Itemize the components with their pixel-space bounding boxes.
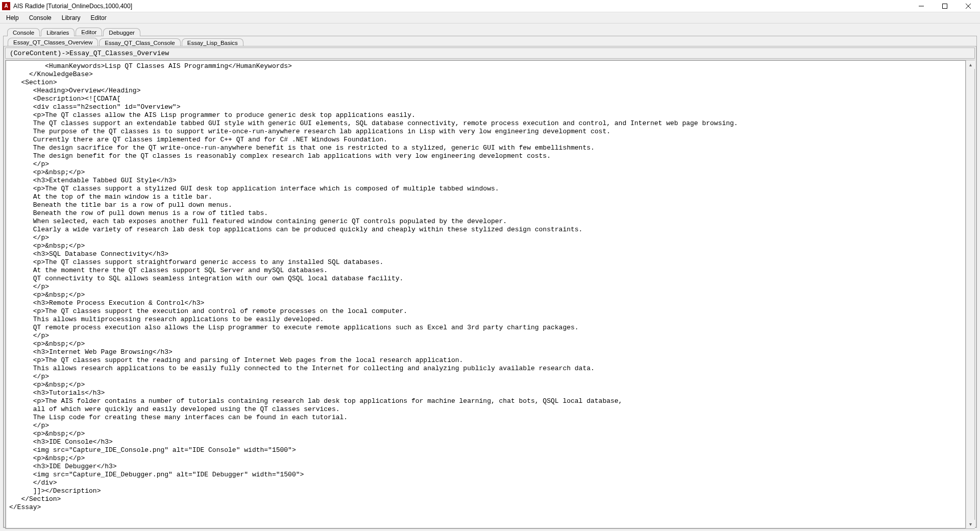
breadcrumb-bar: (CoreContent)->Essay_QT_Classes_Overview xyxy=(5,47,975,59)
scroll-down-button[interactable]: ▾ xyxy=(966,520,975,528)
window-title: AIS RadIde [Tutorial_OnlineDocs,1000,400… xyxy=(13,3,132,10)
editor-wrap: <HumanKeywords>Lisp QT Classes AIS Progr… xyxy=(5,60,975,529)
breadcrumb-text: (CoreContent)->Essay_QT_Classes_Overview xyxy=(10,50,169,57)
main-tab-panel: Essay_QT_Classes_Overview Essay_QT_Class… xyxy=(3,36,977,528)
close-icon xyxy=(966,4,971,9)
minimize-icon xyxy=(919,4,924,9)
svg-rect-1 xyxy=(943,4,947,8)
menu-bar: Help Console Library Editor xyxy=(0,12,980,23)
minimize-button[interactable] xyxy=(910,0,933,12)
menu-console[interactable]: Console xyxy=(25,13,56,22)
title-bar-left: A AIS RadIde [Tutorial_OnlineDocs,1000,4… xyxy=(2,2,132,10)
menu-editor[interactable]: Editor xyxy=(86,13,110,22)
menu-library[interactable]: Library xyxy=(58,13,85,22)
main-tab-row: Console Libraries Editor Debugger xyxy=(3,26,977,36)
subtab-essay-lisp-basics[interactable]: Essay_Lisp_Basics xyxy=(182,38,243,46)
chevron-up-icon: ▴ xyxy=(969,62,972,67)
tab-debugger[interactable]: Debugger xyxy=(103,28,140,36)
subtab-essay-qt-class-console[interactable]: Essay_QT_Class_Console xyxy=(99,38,180,46)
chevron-down-icon: ▾ xyxy=(969,521,972,527)
tab-libraries[interactable]: Libraries xyxy=(41,28,75,36)
content-area: Console Libraries Editor Debugger Essay_… xyxy=(0,23,980,531)
tab-editor[interactable]: Editor xyxy=(76,28,102,36)
title-bar: A AIS RadIde [Tutorial_OnlineDocs,1000,4… xyxy=(0,0,980,12)
sub-tab-row: Essay_QT_Classes_Overview Essay_QT_Class… xyxy=(4,36,976,46)
maximize-button[interactable] xyxy=(933,0,957,12)
maximize-icon xyxy=(942,4,947,9)
window-controls xyxy=(910,0,980,12)
close-button[interactable] xyxy=(957,0,980,12)
code-editor[interactable]: <HumanKeywords>Lisp QT Classes AIS Progr… xyxy=(6,60,966,528)
tab-console[interactable]: Console xyxy=(7,28,40,36)
vertical-scrollbar[interactable]: ▴ ▾ xyxy=(966,60,974,528)
subtab-essay-qt-classes-overview[interactable]: Essay_QT_Classes_Overview xyxy=(8,38,98,46)
editor-tab-panel: (CoreContent)->Essay_QT_Classes_Overview… xyxy=(4,46,976,527)
app-icon: A xyxy=(2,2,10,10)
scroll-up-button[interactable]: ▴ xyxy=(966,60,975,69)
menu-help[interactable]: Help xyxy=(2,13,23,22)
